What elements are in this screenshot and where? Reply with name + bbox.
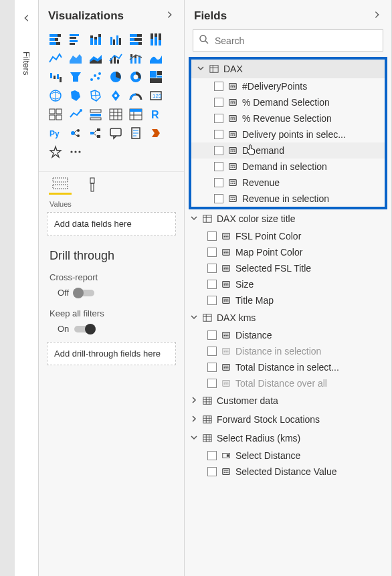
viz-shape-map[interactable] <box>88 88 103 103</box>
filters-collapsed-panel[interactable]: Filters <box>15 0 39 576</box>
field-delivery-points-in-selec-[interactable]: Delivery points in selec... <box>191 126 385 142</box>
viz-clustered-bar[interactable] <box>68 32 83 47</box>
viz-power-apps[interactable] <box>149 126 163 140</box>
field-checkbox[interactable] <box>207 330 217 340</box>
field-checkbox[interactable] <box>214 114 223 123</box>
table-dax[interactable]: DAX <box>191 60 385 78</box>
values-drop-zone[interactable]: Add data fields here <box>47 212 176 235</box>
viz-scatter[interactable] <box>88 70 103 84</box>
field-total-distance-in-select-[interactable]: Total Distance in select... <box>185 359 391 375</box>
fields-search[interactable] <box>193 29 383 52</box>
svg-rect-113 <box>234 86 235 88</box>
chevron-right-icon[interactable] <box>373 10 382 22</box>
field-distance[interactable]: Distance <box>185 327 391 343</box>
field-size[interactable]: Size <box>185 276 391 292</box>
field-checkbox[interactable] <box>207 467 217 476</box>
viz-map[interactable] <box>48 88 63 103</box>
cross-report-toggle[interactable] <box>74 290 94 296</box>
svg-rect-170 <box>225 284 227 286</box>
field--revenue-selection[interactable]: % Revenue Selection <box>191 110 385 126</box>
viz-stacked-column[interactable] <box>88 32 103 47</box>
viz-multi-card[interactable] <box>48 107 63 122</box>
field--deliverypoints[interactable]: #DeliveryPoints <box>191 78 385 94</box>
field--demand-selection[interactable]: % Demand Selection <box>191 94 385 110</box>
field-selected-distance-value[interactable]: Selected Distance Value <box>185 464 391 480</box>
format-tab[interactable] <box>83 177 102 195</box>
viz-stacked-bar-100[interactable] <box>128 32 143 47</box>
viz-clustered-column[interactable] <box>108 32 123 47</box>
field-checkbox[interactable] <box>207 296 217 305</box>
viz-pie[interactable] <box>108 70 123 84</box>
svg-point-50 <box>97 77 100 80</box>
viz-filled-map[interactable] <box>68 88 83 103</box>
field-selected-fsl-title[interactable]: Selected FSL Title <box>185 260 391 276</box>
field-checkbox[interactable] <box>207 379 217 388</box>
fields-well-tab[interactable] <box>51 177 70 195</box>
drill-through-drop-zone[interactable]: Add drill-through fields here <box>47 342 176 365</box>
viz-card[interactable]: 123 <box>149 88 163 103</box>
viz-key-influencers[interactable] <box>68 126 83 140</box>
table-forward-stock-locations[interactable]: Forward Stock Locations <box>185 410 391 429</box>
viz-gauge[interactable] <box>128 88 143 103</box>
viz-python[interactable]: Py <box>48 126 63 140</box>
viz-line-clustered[interactable] <box>108 51 123 66</box>
field-checkbox[interactable] <box>214 146 223 155</box>
viz-more[interactable] <box>68 145 83 159</box>
field-checkbox[interactable] <box>207 347 217 356</box>
viz-ribbon[interactable] <box>149 51 163 66</box>
field-fsl-point-color[interactable]: FSL Point Color <box>185 228 391 244</box>
viz-line-stacked[interactable] <box>128 51 143 66</box>
viz-paginated[interactable] <box>128 126 143 140</box>
field-total-distance-over-all[interactable]: Total Distance over all <box>185 375 391 391</box>
field-checkbox[interactable] <box>214 178 223 187</box>
field-revenue[interactable]: Revenue <box>191 175 385 191</box>
field-revenue-in-selection[interactable]: Revenue in selection <box>191 191 385 207</box>
viz-clustered-column-100[interactable] <box>149 32 163 47</box>
table-dax-kms[interactable]: DAX kms <box>185 308 391 327</box>
field-checkbox[interactable] <box>214 98 223 107</box>
field-checkbox[interactable] <box>214 194 223 203</box>
field-select-distance[interactable]: Select Distance <box>185 448 391 464</box>
viz-matrix[interactable] <box>128 107 143 122</box>
field-demand-in-selection[interactable]: Demand in selection <box>191 159 385 175</box>
field-label: Map Point Color <box>235 247 302 258</box>
field-checkbox[interactable] <box>207 231 217 241</box>
field-checkbox[interactable] <box>214 130 223 139</box>
field-checkbox[interactable] <box>207 264 217 273</box>
table-customer-data[interactable]: Customer data <box>185 391 391 410</box>
field-label: Demand in selection <box>242 161 327 172</box>
viz-kpi[interactable] <box>68 107 83 122</box>
field-distance-in-selection[interactable]: Distance in selection <box>185 343 391 359</box>
viz-stacked-area[interactable] <box>88 51 103 66</box>
field-checkbox[interactable] <box>207 280 217 289</box>
table-dax-color-size-title[interactable]: DAX color size title <box>185 209 391 228</box>
viz-waterfall[interactable] <box>48 70 63 84</box>
field-title-map[interactable]: Title Map <box>185 292 391 308</box>
viz-qna[interactable] <box>108 126 123 140</box>
viz-stacked-bar[interactable] <box>48 32 63 47</box>
viz-treemap[interactable] <box>149 70 163 84</box>
viz-r-visual[interactable]: R <box>149 107 163 122</box>
viz-donut[interactable] <box>128 70 143 84</box>
field-demand[interactable]: Demand <box>191 142 385 159</box>
table-icon <box>202 395 213 406</box>
svg-line-91 <box>94 133 97 136</box>
search-input[interactable] <box>215 35 377 46</box>
viz-line[interactable] <box>48 51 63 66</box>
viz-funnel[interactable] <box>68 70 83 84</box>
field-checkbox[interactable] <box>207 451 217 460</box>
table-select-radius-kms-[interactable]: Select Radius (kms) <box>185 429 391 448</box>
viz-arcgis[interactable] <box>108 88 123 103</box>
field-map-point-color[interactable]: Map Point Color <box>185 244 391 260</box>
chevron-right-icon[interactable] <box>165 10 175 22</box>
field-checkbox[interactable] <box>214 162 223 171</box>
viz-area[interactable] <box>68 51 83 66</box>
keep-filters-toggle[interactable] <box>74 326 94 332</box>
viz-table[interactable] <box>108 107 123 122</box>
field-checkbox[interactable] <box>214 82 223 91</box>
field-checkbox[interactable] <box>207 248 217 257</box>
viz-slicer[interactable] <box>88 107 103 122</box>
viz-custom-visual[interactable] <box>48 145 63 159</box>
viz-decomposition[interactable] <box>88 126 103 140</box>
field-checkbox[interactable] <box>207 363 217 372</box>
